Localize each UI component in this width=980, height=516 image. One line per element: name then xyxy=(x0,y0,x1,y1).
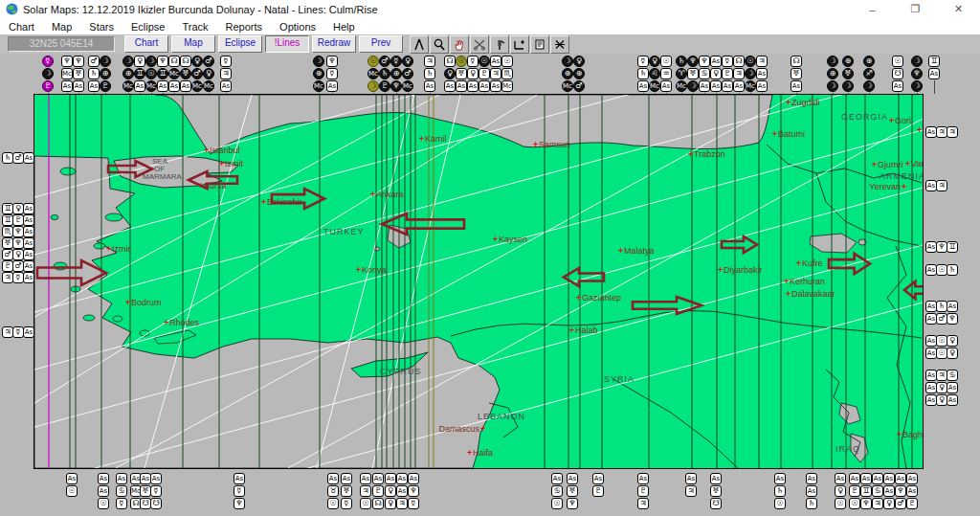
glyph-chip-planet: ♃ xyxy=(872,498,883,509)
region-label: CYPRUS xyxy=(380,367,422,376)
glyph-chip-planet: ☉ xyxy=(892,56,903,67)
glyph-chip-planet: ♆ xyxy=(567,498,578,509)
glyph-chip-planet: ♀ xyxy=(134,56,145,67)
glyph-chip-planet: ☉ xyxy=(849,498,860,509)
chip-stem xyxy=(128,93,129,94)
city-marker: +Kerhuran xyxy=(784,277,825,286)
menu-item-stars[interactable]: Stars xyxy=(80,21,122,33)
glyph-chip-planet: ♃ xyxy=(424,56,435,67)
svg-text:Malatya: Malatya xyxy=(624,246,655,256)
glyph-chip-planet: ♀ xyxy=(191,56,203,67)
chip-stem xyxy=(226,93,227,94)
glyph-chip-planet: ☉ xyxy=(551,498,563,509)
glyph-chip-as: As xyxy=(849,473,860,484)
glyph-chip-planet: ☉ xyxy=(360,498,371,509)
svg-text:Dalavakaar: Dalavakaar xyxy=(791,289,835,299)
city-marker: +Halab xyxy=(569,325,598,335)
menu-item-options[interactable]: Options xyxy=(271,21,324,33)
glyph-chip-planet: ☉ xyxy=(368,56,379,67)
menu-item-help[interactable]: Help xyxy=(324,21,364,33)
glyph-chip-as: As xyxy=(892,80,903,92)
pin-icon[interactable] xyxy=(490,35,509,54)
menu-item-track[interactable]: Track xyxy=(173,21,216,33)
svg-text:Ankara: Ankara xyxy=(376,190,404,199)
glyph-chip-planet: ☉ xyxy=(145,68,157,79)
glyph-chip-planet: ♃ xyxy=(756,56,768,67)
map-canvas[interactable]: TURKEYGEORGIAARMENIASYRIALEBANONCYPRUSIR… xyxy=(33,94,924,469)
menu-item-eclipse[interactable]: Eclipse xyxy=(122,21,173,33)
svg-text:Samsun: Samsun xyxy=(539,140,570,149)
compass-icon[interactable] xyxy=(410,35,429,54)
glyph-chip-as: As xyxy=(360,473,371,484)
toolbar-button-eclipse[interactable]: Eclipse xyxy=(218,35,262,53)
menu-item-map[interactable]: Map xyxy=(43,21,80,33)
svg-text:+: + xyxy=(897,430,902,439)
svg-text:+: + xyxy=(872,160,877,169)
glyph-chip-planet: ☿ xyxy=(637,56,649,67)
city-marker: +Izmir xyxy=(106,244,131,254)
toolbar-button-redraw[interactable]: Redraw xyxy=(312,35,356,53)
city-marker: +Gori xyxy=(889,116,911,125)
city-marker: +Dalavakaar xyxy=(786,289,835,299)
svg-text:+: + xyxy=(569,325,574,335)
glyph-chip-planet: ☽ xyxy=(827,80,838,92)
svg-text:Diyarbakir: Diyarbakir xyxy=(724,265,763,275)
glyph-chip-planet: ♂ xyxy=(379,56,390,67)
toolbar-button-prev[interactable]: Prev xyxy=(359,35,403,53)
chip-stem xyxy=(94,93,95,94)
report-icon[interactable] xyxy=(530,35,549,54)
menu-item-chart[interactable]: Chart xyxy=(0,21,43,33)
svg-text:+: + xyxy=(718,265,723,275)
glyph-chip-planet: ♀ xyxy=(573,56,585,67)
glyph-chip-as: As xyxy=(23,237,34,249)
glyph-chip-as: As xyxy=(806,473,817,484)
restore-button[interactable]: ❐ xyxy=(894,0,937,18)
glyph-chip-planet: ♆ xyxy=(234,498,245,509)
glyph-chip-planet: ☽ xyxy=(122,56,134,67)
chip-stem xyxy=(396,93,397,94)
toolbar-button-map[interactable]: Map xyxy=(171,35,215,53)
glyph-chip-as: As xyxy=(906,485,918,497)
glyph-chip-planet: ☋ xyxy=(710,498,722,509)
glyph-chip-planet: ♂ xyxy=(203,56,214,67)
glyph-chip-mc: Mc xyxy=(649,80,660,92)
city-marker: +Kufre xyxy=(796,258,823,268)
zoom-icon[interactable] xyxy=(430,35,449,54)
glyph-chip-planet: ♆ xyxy=(947,313,958,325)
chip-stem xyxy=(704,93,705,94)
window-title: Solar Maps: 12.12.2019 Ikizler Burcunda … xyxy=(23,4,378,15)
toolbar-button-chart[interactable]: Chart xyxy=(124,35,168,53)
glyph-chip-planet: ♊ xyxy=(157,68,168,79)
glyph-chip-planet: ☉ xyxy=(745,56,756,67)
chip-stem xyxy=(898,93,899,94)
glyph-chip-as: As xyxy=(947,301,958,312)
city-marker: +Ankara xyxy=(370,190,404,199)
star-icon[interactable] xyxy=(550,35,569,54)
glyph-chip-planet: ⊕ xyxy=(842,56,854,67)
close-button[interactable]: ✕ xyxy=(937,0,980,18)
chip-stem xyxy=(681,93,682,94)
glyph-chip-planet: ☉ xyxy=(501,56,513,67)
astro-map: TURKEYGEORGIAARMENIASYRIALEBANONCYPRUSIR… xyxy=(34,95,923,468)
minimize-button[interactable]: – xyxy=(851,0,894,18)
glyph-chip-planet: ☉ xyxy=(66,485,78,497)
city-marker: +Bodrum xyxy=(125,298,162,307)
svg-text:Haifa: Haifa xyxy=(473,448,493,458)
toolbar-button-lines[interactable]: !Lines xyxy=(265,35,309,53)
glyph-chip-as: As xyxy=(947,382,958,393)
region-label: SYRIA xyxy=(604,374,635,384)
scissors-icon[interactable] xyxy=(470,35,489,54)
glyph-chip-mc: Mc xyxy=(313,80,324,92)
glyph-chip-as: As xyxy=(23,249,34,260)
glyph-chip-planet: ☊ xyxy=(733,56,745,67)
glyph-chip-as: As xyxy=(396,485,408,497)
menu-item-reports[interactable]: Reports xyxy=(217,21,272,33)
crosshair-icon[interactable] xyxy=(510,35,529,54)
pan-hand-icon[interactable] xyxy=(450,35,469,54)
glyph-chip-planet: ♃ xyxy=(220,68,232,79)
glyph-chip-planet: ☿ xyxy=(722,56,733,67)
glyph-chip-planet: ☽ xyxy=(745,68,756,79)
city-marker: +Zugdidi xyxy=(786,98,820,107)
glyph-chip-as: As xyxy=(157,80,168,92)
chip-stem xyxy=(140,93,141,94)
